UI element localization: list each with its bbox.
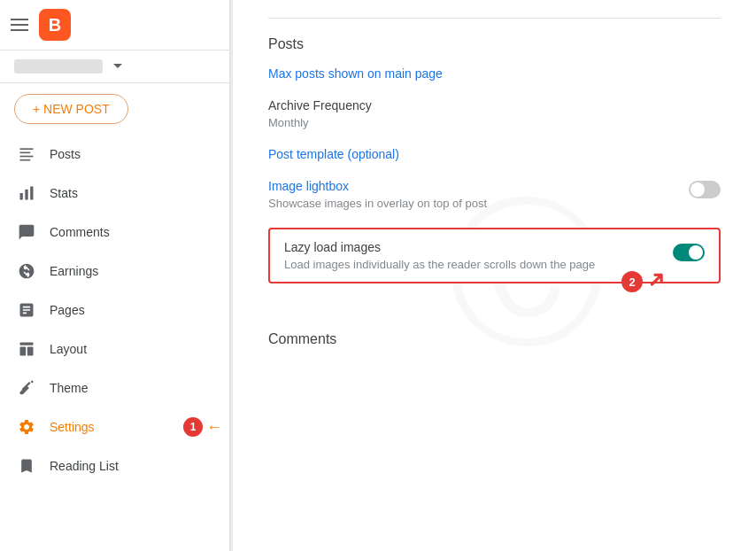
sidebar-nav: Posts Stats Comments Earnings Pages: [0, 135, 229, 485]
sidebar-item-comments[interactable]: Comments: [0, 213, 229, 252]
image-lightbox-label[interactable]: Image lightbox: [268, 179, 689, 193]
lazy-load-label[interactable]: Lazy load images: [284, 240, 595, 254]
theme-icon: [18, 379, 35, 397]
reading-list-icon: [18, 457, 35, 475]
sidebar-item-settings[interactable]: Settings 1 ←: [0, 407, 229, 446]
setting-image-lightbox: Image lightbox Showcase images in overla…: [268, 179, 721, 210]
svg-rect-4: [20, 193, 23, 200]
sidebar-item-earnings[interactable]: Earnings: [0, 252, 229, 291]
svg-rect-7: [20, 343, 34, 345]
comments-icon: [18, 223, 35, 241]
sidebar-item-posts-label: Posts: [50, 147, 81, 161]
sidebar-item-reading-list-label: Reading List: [50, 459, 119, 473]
sidebar-item-theme-label: Theme: [50, 381, 89, 395]
posts-icon: [18, 145, 35, 163]
sidebar-item-earnings-label: Earnings: [50, 264, 98, 278]
image-lightbox-toggle[interactable]: [689, 181, 721, 198]
svg-rect-1: [20, 152, 31, 154]
setting-archive: Archive Frequency Monthly: [268, 98, 721, 129]
dropdown-arrow-icon: [113, 64, 122, 73]
svg-rect-8: [20, 347, 27, 356]
sidebar-header: B: [0, 0, 229, 50]
badge-1: 1: [183, 417, 203, 437]
image-lightbox-sub: Showcase images in overlay on top of pos…: [268, 197, 689, 210]
sidebar: B + NEW POST Posts Stats Comments: [0, 0, 230, 551]
lazy-load-info: Lazy load images Load images individuall…: [284, 240, 595, 271]
blogger-logo: B: [39, 9, 71, 41]
layout-icon: [18, 340, 35, 358]
sidebar-item-layout[interactable]: Layout: [0, 330, 229, 369]
svg-rect-5: [25, 190, 27, 200]
sidebar-item-theme[interactable]: Theme: [0, 369, 229, 407]
earnings-icon: [18, 262, 35, 280]
lazy-load-toggle[interactable]: [673, 244, 705, 261]
hamburger-icon[interactable]: [11, 19, 28, 31]
svg-rect-3: [20, 159, 31, 161]
sidebar-item-comments-label: Comments: [50, 225, 110, 239]
sidebar-item-reading-list[interactable]: Reading List: [0, 446, 229, 485]
pages-icon: [18, 301, 35, 319]
svg-rect-0: [20, 148, 34, 150]
posts-section-title: Posts: [268, 36, 721, 52]
sidebar-item-pages[interactable]: Pages: [0, 291, 229, 330]
badge-2: 2: [621, 271, 643, 292]
lazy-load-toggle-wrap[interactable]: [673, 240, 705, 261]
sidebar-item-pages-label: Pages: [50, 303, 85, 317]
sidebar-item-stats[interactable]: Stats: [0, 174, 229, 213]
sidebar-item-settings-label: Settings: [50, 420, 95, 434]
new-post-button[interactable]: + NEW POST: [14, 94, 128, 124]
settings-arrow: ←: [206, 418, 222, 437]
archive-sub: Monthly: [268, 116, 721, 129]
svg-rect-6: [30, 187, 33, 200]
blog-name: [14, 59, 103, 74]
archive-label: Archive Frequency: [268, 98, 721, 113]
sidebar-item-layout-label: Layout: [50, 342, 87, 356]
lazy-load-box: Lazy load images Load images individuall…: [268, 228, 721, 283]
image-lightbox-info: Image lightbox Showcase images in overla…: [268, 179, 689, 210]
setting-max-posts: Max posts shown on main page: [268, 66, 721, 81]
post-template-label[interactable]: Post template (optional): [268, 147, 721, 161]
top-divider: [268, 18, 721, 19]
main-content: Ⓒ Posts Max posts shown on main page Arc…: [233, 0, 756, 551]
image-lightbox-toggle-wrap[interactable]: [689, 179, 721, 198]
svg-rect-2: [20, 156, 34, 158]
lazy-load-sub: Load images individually as the reader s…: [284, 258, 595, 271]
comments-section-title: Comments: [268, 331, 721, 347]
blog-selector[interactable]: [0, 50, 229, 83]
stats-icon: [18, 184, 35, 202]
svg-rect-9: [27, 347, 34, 356]
settings-icon: [18, 418, 35, 436]
sidebar-item-stats-label: Stats: [50, 186, 78, 200]
sidebar-item-posts[interactable]: Posts: [0, 135, 229, 174]
setting-post-template: Post template (optional): [268, 147, 721, 161]
max-posts-label[interactable]: Max posts shown on main page: [268, 66, 721, 81]
